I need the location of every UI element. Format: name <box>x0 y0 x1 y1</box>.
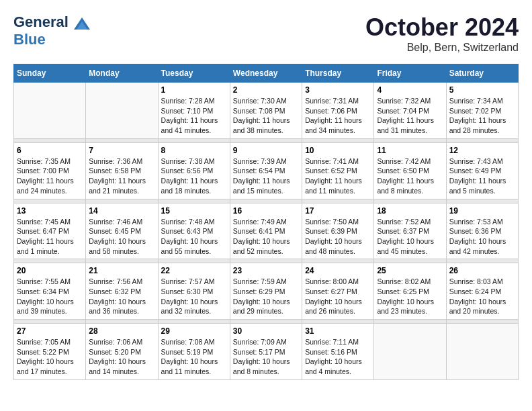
calendar-day-cell: 5Sunrise: 7:34 AMSunset: 7:02 PMDaylight… <box>446 83 518 139</box>
day-info: Sunrise: 8:03 AMSunset: 6:24 PMDaylight:… <box>449 277 515 316</box>
day-info: Sunrise: 7:46 AMSunset: 6:45 PMDaylight:… <box>89 217 154 257</box>
calendar-header-row: SundayMondayTuesdayWednesdayThursdayFrid… <box>14 64 519 83</box>
day-info: Sunrise: 7:57 AMSunset: 6:30 PMDaylight:… <box>161 277 227 316</box>
day-info: Sunrise: 7:09 AMSunset: 5:17 PMDaylight:… <box>233 337 299 377</box>
day-number: 6 <box>17 146 83 155</box>
calendar-day-cell <box>446 324 518 380</box>
day-info: Sunrise: 7:55 AMSunset: 6:34 PMDaylight:… <box>17 277 83 316</box>
calendar-day-cell: 12Sunrise: 7:43 AMSunset: 6:49 PMDayligh… <box>446 142 518 199</box>
day-number: 16 <box>233 206 299 216</box>
calendar-day-cell: 9Sunrise: 7:39 AMSunset: 6:54 PMDaylight… <box>230 142 302 199</box>
day-number: 4 <box>377 85 443 95</box>
calendar-day-cell: 13Sunrise: 7:45 AMSunset: 6:47 PMDayligh… <box>14 203 86 259</box>
calendar-day-cell: 2Sunrise: 7:30 AMSunset: 7:08 PMDaylight… <box>230 83 302 139</box>
day-info: Sunrise: 7:52 AMSunset: 6:37 PMDaylight:… <box>377 217 443 257</box>
day-info: Sunrise: 7:05 AMSunset: 5:22 PMDaylight:… <box>17 337 83 377</box>
calendar-day-cell: 24Sunrise: 8:00 AMSunset: 6:27 PMDayligh… <box>302 263 374 320</box>
weekday-header: Sunday <box>14 64 86 83</box>
logo: General Blue <box>13 13 93 48</box>
day-info: Sunrise: 7:28 AMSunset: 7:10 PMDaylight:… <box>161 96 227 136</box>
day-info: Sunrise: 7:48 AMSunset: 6:43 PMDaylight:… <box>161 217 227 257</box>
calendar-week-row: 1Sunrise: 7:28 AMSunset: 7:10 PMDaylight… <box>14 83 519 139</box>
day-info: Sunrise: 7:50 AMSunset: 6:39 PMDaylight:… <box>305 217 371 257</box>
calendar-day-cell: 23Sunrise: 7:59 AMSunset: 6:29 PMDayligh… <box>230 263 302 320</box>
day-number: 24 <box>305 266 371 275</box>
day-number: 10 <box>305 146 371 155</box>
day-number: 2 <box>233 85 299 95</box>
calendar: SundayMondayTuesdayWednesdayThursdayFrid… <box>13 64 519 380</box>
day-info: Sunrise: 7:36 AMSunset: 6:58 PMDaylight:… <box>89 156 154 196</box>
title-area: October 2024 Belp, Bern, Switzerland <box>365 13 519 54</box>
calendar-day-cell: 25Sunrise: 8:02 AMSunset: 6:25 PMDayligh… <box>374 263 446 320</box>
calendar-day-cell: 31Sunrise: 7:11 AMSunset: 5:16 PMDayligh… <box>302 324 374 380</box>
calendar-day-cell: 8Sunrise: 7:38 AMSunset: 6:56 PMDaylight… <box>158 142 230 199</box>
day-info: Sunrise: 7:06 AMSunset: 5:20 PMDaylight:… <box>89 337 154 377</box>
calendar-day-cell: 22Sunrise: 7:57 AMSunset: 6:30 PMDayligh… <box>158 263 230 320</box>
calendar-day-cell: 10Sunrise: 7:41 AMSunset: 6:52 PMDayligh… <box>302 142 374 199</box>
day-info: Sunrise: 7:38 AMSunset: 6:56 PMDaylight:… <box>161 156 227 196</box>
calendar-week-row: 27Sunrise: 7:05 AMSunset: 5:22 PMDayligh… <box>14 324 519 380</box>
calendar-day-cell <box>374 324 446 380</box>
day-info: Sunrise: 7:53 AMSunset: 6:36 PMDaylight:… <box>449 217 515 257</box>
day-info: Sunrise: 7:56 AMSunset: 6:32 PMDaylight:… <box>89 277 154 316</box>
calendar-day-cell <box>14 83 86 139</box>
day-number: 13 <box>17 206 83 216</box>
day-number: 11 <box>377 146 443 155</box>
weekday-header: Thursday <box>302 64 374 83</box>
weekday-header: Wednesday <box>230 64 302 83</box>
day-number: 31 <box>305 326 371 336</box>
weekday-header: Tuesday <box>158 64 230 83</box>
day-info: Sunrise: 8:02 AMSunset: 6:25 PMDaylight:… <box>377 277 443 316</box>
calendar-day-cell: 19Sunrise: 7:53 AMSunset: 6:36 PMDayligh… <box>446 203 518 259</box>
calendar-day-cell: 20Sunrise: 7:55 AMSunset: 6:34 PMDayligh… <box>14 263 86 320</box>
calendar-day-cell: 17Sunrise: 7:50 AMSunset: 6:39 PMDayligh… <box>302 203 374 259</box>
day-info: Sunrise: 7:30 AMSunset: 7:08 PMDaylight:… <box>233 96 299 136</box>
logo-icon <box>73 15 91 34</box>
calendar-week-row: 13Sunrise: 7:45 AMSunset: 6:47 PMDayligh… <box>14 203 519 259</box>
day-info: Sunrise: 7:59 AMSunset: 6:29 PMDaylight:… <box>233 277 299 316</box>
day-number: 12 <box>449 146 515 155</box>
day-info: Sunrise: 8:00 AMSunset: 6:27 PMDaylight:… <box>305 277 371 316</box>
calendar-day-cell: 18Sunrise: 7:52 AMSunset: 6:37 PMDayligh… <box>374 203 446 259</box>
weekday-header: Saturday <box>446 64 518 83</box>
weekday-header: Friday <box>374 64 446 83</box>
day-number: 29 <box>161 326 227 336</box>
day-number: 14 <box>89 206 154 216</box>
day-number: 23 <box>233 266 299 275</box>
calendar-day-cell <box>86 83 158 139</box>
day-number: 22 <box>161 266 227 275</box>
day-info: Sunrise: 7:35 AMSunset: 7:00 PMDaylight:… <box>17 156 83 196</box>
header: General Blue October 2024 Belp, Bern, Sw… <box>13 13 519 54</box>
day-info: Sunrise: 7:08 AMSunset: 5:19 PMDaylight:… <box>161 337 227 377</box>
calendar-day-cell: 6Sunrise: 7:35 AMSunset: 7:00 PMDaylight… <box>14 142 86 199</box>
day-number: 7 <box>89 146 154 155</box>
calendar-day-cell: 30Sunrise: 7:09 AMSunset: 5:17 PMDayligh… <box>230 324 302 380</box>
calendar-day-cell: 3Sunrise: 7:31 AMSunset: 7:06 PMDaylight… <box>302 83 374 139</box>
calendar-day-cell: 21Sunrise: 7:56 AMSunset: 6:32 PMDayligh… <box>86 263 158 320</box>
calendar-day-cell: 7Sunrise: 7:36 AMSunset: 6:58 PMDaylight… <box>86 142 158 199</box>
day-number: 30 <box>233 326 299 336</box>
weekday-header: Monday <box>86 64 158 83</box>
day-number: 18 <box>377 206 443 216</box>
day-number: 19 <box>449 206 515 216</box>
day-info: Sunrise: 7:41 AMSunset: 6:52 PMDaylight:… <box>305 156 371 196</box>
day-number: 26 <box>449 266 515 275</box>
day-info: Sunrise: 7:39 AMSunset: 6:54 PMDaylight:… <box>233 156 299 196</box>
month-title: October 2024 <box>365 13 519 42</box>
day-number: 25 <box>377 266 443 275</box>
day-info: Sunrise: 7:32 AMSunset: 7:04 PMDaylight:… <box>377 96 443 136</box>
calendar-day-cell: 16Sunrise: 7:49 AMSunset: 6:41 PMDayligh… <box>230 203 302 259</box>
day-info: Sunrise: 7:49 AMSunset: 6:41 PMDaylight:… <box>233 217 299 257</box>
day-number: 3 <box>305 85 371 95</box>
day-info: Sunrise: 7:11 AMSunset: 5:16 PMDaylight:… <box>305 337 371 377</box>
calendar-week-row: 6Sunrise: 7:35 AMSunset: 7:00 PMDaylight… <box>14 142 519 199</box>
location: Belp, Bern, Switzerland <box>365 42 519 54</box>
calendar-day-cell: 15Sunrise: 7:48 AMSunset: 6:43 PMDayligh… <box>158 203 230 259</box>
calendar-day-cell: 14Sunrise: 7:46 AMSunset: 6:45 PMDayligh… <box>86 203 158 259</box>
day-number: 8 <box>161 146 227 155</box>
calendar-day-cell: 27Sunrise: 7:05 AMSunset: 5:22 PMDayligh… <box>14 324 86 380</box>
calendar-day-cell: 4Sunrise: 7:32 AMSunset: 7:04 PMDaylight… <box>374 83 446 139</box>
day-number: 15 <box>161 206 227 216</box>
day-info: Sunrise: 7:42 AMSunset: 6:50 PMDaylight:… <box>377 156 443 196</box>
day-number: 5 <box>449 85 515 95</box>
